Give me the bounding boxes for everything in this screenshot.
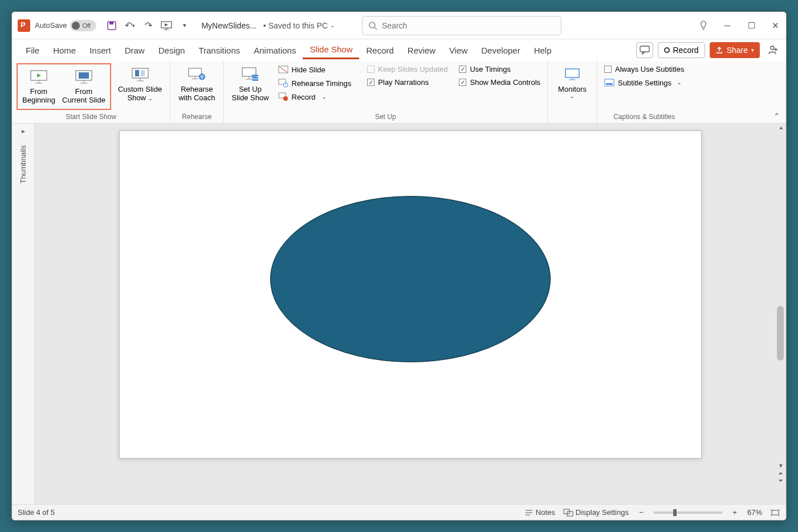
scroll-down-icon[interactable]: ▼ [777, 463, 785, 469]
tab-transitions[interactable]: Transitions [192, 42, 247, 59]
slide-counter[interactable]: Slide 4 of 5 [18, 508, 55, 517]
present-user-icon[interactable] [768, 44, 779, 56]
minimize-button[interactable]: ─ [722, 21, 732, 31]
rehearse-timings-button[interactable]: Rehearse Timings [276, 77, 354, 89]
tab-review[interactable]: Review [401, 42, 442, 59]
svg-rect-19 [135, 70, 139, 76]
fit-to-window-button[interactable] [770, 509, 780, 517]
tab-design[interactable]: Design [152, 42, 192, 59]
tab-help[interactable]: Help [527, 42, 559, 59]
custom-slideshow-button[interactable]: Custom Slide Show ⌄ [115, 63, 165, 105]
collapse-ribbon-button[interactable]: ⌃ [768, 109, 786, 123]
svg-rect-51 [772, 510, 779, 515]
share-icon [715, 46, 723, 54]
group-label-rehearse: Rehearse [175, 113, 218, 123]
prev-slide-icon[interactable]: ⏶ [777, 470, 785, 476]
record-dropdown-button[interactable]: Record ⌄ [276, 91, 354, 103]
svg-point-5 [369, 22, 375, 28]
autosave-state: Off [82, 22, 90, 29]
tab-slideshow[interactable]: Slide Show [303, 41, 359, 59]
tab-record[interactable]: Record [359, 42, 400, 59]
slide-nav-arrows: ▼ ⏶ ⏷ [777, 463, 785, 484]
group-setup: Set Up Slide Show Hide Slide Rehearse Ti… [224, 61, 548, 123]
checkbox-icon [604, 66, 612, 73]
checkbox-icon [459, 66, 466, 73]
show-media-controls-checkbox[interactable]: Show Media Controls [457, 76, 543, 88]
tab-view[interactable]: View [442, 42, 474, 59]
highlight-annotation: From Beginning From Current Slide [17, 63, 111, 110]
document-filename[interactable]: MyNewSlides... [201, 21, 256, 30]
setup-slideshow-button[interactable]: Set Up Slide Show [229, 63, 272, 105]
thumbnails-pane-collapsed[interactable]: ▸ Thumbnails [12, 124, 35, 504]
share-button[interactable]: Share ▾ [710, 42, 760, 58]
notes-button[interactable]: Notes [524, 508, 555, 517]
checkbox-icon [367, 66, 374, 73]
search-input[interactable] [382, 21, 555, 30]
save-button[interactable] [105, 19, 118, 32]
ribbon-tabs: File Home Insert Draw Design Transitions… [12, 39, 786, 61]
autosave-toggle[interactable]: AutoSave Off [35, 20, 96, 31]
status-bar: Slide 4 of 5 Notes Display Settings − + … [12, 504, 786, 520]
customize-qat-button[interactable]: ▾ [178, 19, 191, 32]
slide-canvas-area[interactable]: ▲ ▼ ⏶ ⏷ [35, 124, 786, 504]
zoom-percent[interactable]: 67% [747, 508, 762, 517]
scroll-up-arrow-icon[interactable]: ▲ [779, 125, 784, 130]
svg-rect-18 [132, 68, 148, 78]
search-box[interactable] [362, 16, 561, 35]
scroll-thumb[interactable] [777, 306, 784, 361]
tab-developer[interactable]: Developer [474, 42, 527, 59]
redo-button[interactable]: ↷ [142, 19, 154, 32]
comments-button[interactable] [636, 42, 653, 58]
expand-thumbnails-icon[interactable]: ▸ [22, 127, 25, 135]
rehearse-timings-icon [278, 79, 288, 88]
tab-insert[interactable]: Insert [83, 42, 118, 59]
record-tab-button[interactable]: Record [658, 42, 705, 58]
subtitle-settings-icon [604, 78, 614, 87]
maximize-button[interactable]: ☐ [746, 21, 756, 31]
undo-button[interactable]: ↶▾ [124, 19, 136, 32]
thumbnails-label: Thumbnails [19, 145, 27, 183]
tab-file[interactable]: File [19, 42, 46, 59]
save-status[interactable]: • Saved to this PC ⌄ [263, 21, 335, 30]
play-narrations-checkbox[interactable]: Play Narrations [365, 76, 450, 88]
slide[interactable] [119, 130, 702, 459]
setup-checks-2: Use Timings Show Media Controls [457, 63, 543, 88]
title-bar: AutoSave Off ↶▾ ↷ ▾ MyNewSlides... • Sav… [12, 12, 786, 39]
zoom-slider-knob[interactable] [673, 509, 677, 516]
subtitle-settings-button[interactable]: Subtitle Settings ⌄ [602, 76, 686, 89]
svg-line-6 [374, 27, 377, 30]
from-current-slide-button[interactable]: From Current Slide [59, 66, 109, 108]
next-slide-icon[interactable]: ⏷ [777, 477, 785, 484]
svg-point-26 [199, 73, 205, 80]
record-icon [278, 92, 288, 101]
from-beginning-button[interactable]: From Beginning [19, 66, 59, 108]
rehearse-coach-icon [188, 67, 206, 83]
keep-slides-updated-checkbox: Keep Slides Updated [365, 63, 450, 75]
tab-home[interactable]: Home [46, 42, 83, 59]
start-from-beginning-qat[interactable] [160, 19, 173, 32]
help-hint-icon[interactable] [698, 21, 709, 31]
oval-shape[interactable] [270, 196, 551, 362]
zoom-in-button[interactable]: + [730, 508, 739, 517]
toggle-switch[interactable]: Off [70, 20, 96, 31]
tab-animations[interactable]: Animations [247, 42, 303, 59]
zoom-slider[interactable] [654, 511, 722, 514]
tab-draw[interactable]: Draw [118, 42, 152, 59]
svg-rect-20 [141, 70, 145, 76]
close-button[interactable]: ✕ [770, 21, 780, 31]
vertical-scrollbar[interactable]: ▲ [776, 124, 785, 485]
rehearse-with-coach-button[interactable]: Rehearse with Coach [175, 63, 218, 105]
play-from-beginning-icon [30, 69, 48, 85]
monitors-button[interactable]: Monitors ⌄ [552, 63, 592, 103]
status-right: Notes Display Settings − + 67% [524, 508, 780, 517]
display-settings-button[interactable]: Display Settings [563, 508, 629, 517]
svg-rect-45 [606, 83, 613, 85]
hide-slide-button[interactable]: Hide Slide [276, 63, 354, 76]
record-dot-icon [664, 47, 670, 53]
always-use-subtitles-checkbox[interactable]: Always Use Subtitles [602, 63, 686, 75]
zoom-out-button[interactable]: − [637, 508, 646, 517]
svg-point-10 [771, 46, 774, 50]
checkbox-icon [367, 79, 374, 86]
custom-show-icon [131, 67, 149, 83]
use-timings-checkbox[interactable]: Use Timings [457, 63, 543, 75]
